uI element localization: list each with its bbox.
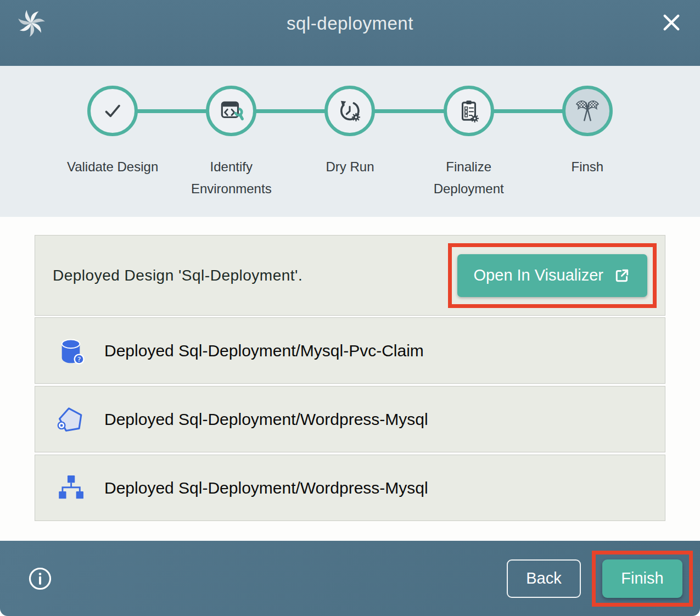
step-circle	[444, 86, 494, 136]
annotation-box-visualizer: Open In Visualizer	[448, 243, 657, 308]
hierarchy-icon	[55, 472, 87, 504]
dialog-footer: Back Finish	[0, 541, 700, 616]
step-circle	[562, 86, 613, 136]
close-icon	[660, 12, 682, 33]
code-config-icon	[217, 97, 245, 125]
racing-flags-icon	[573, 97, 602, 125]
step-circle	[206, 86, 256, 136]
step-label: Finalize Deployment	[410, 156, 528, 200]
pentagon-icon	[55, 404, 87, 435]
step-identify-environments: Identify Environments	[172, 86, 290, 217]
info-icon	[27, 566, 53, 591]
step-label: Validate Design	[67, 156, 158, 178]
step-dry-run: Dry Run	[290, 86, 409, 217]
step-label: Finsh	[572, 156, 604, 178]
deployment-item-text: Deployed Sql-Deployment/Wordpress-Mysql	[104, 410, 428, 429]
deployment-stepper: Validate Design Identify Environments	[0, 66, 700, 217]
dialog-title: sql-deployment	[55, 13, 645, 34]
close-button[interactable]	[659, 11, 684, 35]
deployment-item-row: ? Deployed Sql-Deployment/Mysql-Pvc-Clai…	[35, 317, 665, 384]
result-message: Deployed Design 'Sql-Deployment'.	[53, 267, 303, 284]
check-icon	[99, 97, 126, 125]
database-icon: ?	[55, 335, 87, 367]
back-button[interactable]: Back	[507, 559, 581, 598]
svg-text:?: ?	[77, 355, 81, 363]
clipboard-gear-icon	[455, 97, 483, 125]
info-button[interactable]	[27, 566, 53, 591]
deployment-item-text: Deployed Sql-Deployment/Mysql-Pvc-Claim	[104, 341, 424, 360]
deployment-results: Deployed Design 'Sql-Deployment'. Open I…	[0, 217, 700, 541]
finish-button[interactable]: Finish	[602, 559, 682, 598]
step-finish: Finsh	[528, 86, 647, 217]
step-finalize-deployment: Finalize Deployment	[410, 86, 528, 217]
deployment-wizard-dialog: sql-deployment Validate Design	[0, 0, 700, 616]
dialog-header: sql-deployment	[0, 0, 700, 66]
annotation-box-finish: Finish	[592, 551, 693, 607]
step-label: Identify Environments	[172, 156, 290, 200]
deployment-item-row: Deployed Sql-Deployment/Wordpress-Mysql	[35, 455, 665, 521]
open-in-visualizer-label: Open In Visualizer	[474, 266, 603, 284]
step-validate-design: Validate Design	[53, 86, 172, 217]
deployment-result-row: Deployed Design 'Sql-Deployment'. Open I…	[35, 235, 665, 316]
open-in-visualizer-button[interactable]: Open In Visualizer	[457, 254, 647, 297]
meshery-logo-icon	[16, 8, 46, 38]
deployment-item-row: Deployed Sql-Deployment/Wordpress-Mysql	[35, 386, 665, 452]
external-link-icon	[613, 267, 631, 284]
dry-run-icon	[336, 97, 363, 125]
step-circle	[324, 86, 375, 136]
step-circle	[87, 86, 138, 136]
deployment-item-text: Deployed Sql-Deployment/Wordpress-Mysql	[104, 479, 428, 497]
step-label: Dry Run	[326, 156, 374, 178]
